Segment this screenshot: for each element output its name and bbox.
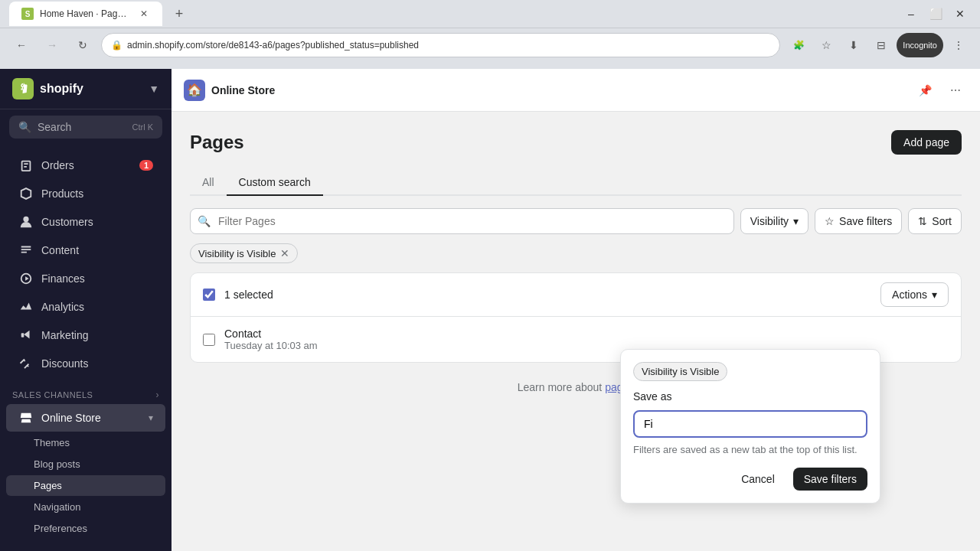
orders-label: Orders — [41, 159, 74, 171]
main-content: 🏠 Online Store 📌 ⋯ Pages Add page All — [172, 69, 980, 551]
filter-chip-text: Visibility is Visible — [198, 248, 276, 259]
topbar: 🏠 Online Store 📌 ⋯ — [172, 69, 980, 112]
extensions-button[interactable]: 🧩 — [786, 33, 811, 57]
save-filters-button[interactable]: ☆ Save filters — [815, 208, 902, 234]
popup-visibility-text: Visibility is Visible — [642, 366, 719, 377]
download-button[interactable]: ⬇ — [841, 33, 866, 57]
page-title: Pages — [190, 132, 244, 153]
customers-icon — [18, 214, 34, 230]
filter-chip: Visibility is Visible ✕ — [190, 243, 298, 263]
online-store-topbar-label: Online Store — [211, 84, 275, 96]
more-actions-button[interactable]: ⋯ — [943, 78, 968, 103]
products-icon — [18, 186, 34, 201]
sidebar: shopify ▼ 🔍 Search Ctrl K Orders 1 — [0, 69, 172, 551]
forward-button[interactable]: → — [40, 33, 64, 57]
analytics-icon — [18, 299, 34, 315]
active-filters: Visibility is Visible ✕ — [190, 243, 962, 263]
selected-count: 1 selected — [224, 289, 273, 301]
more-button[interactable]: ⋮ — [946, 33, 971, 57]
popup-cancel-button[interactable]: Cancel — [730, 468, 786, 491]
sidebar-item-content[interactable]: Content — [6, 236, 165, 264]
visibility-filter-button[interactable]: Visibility ▾ — [740, 208, 808, 234]
sidebar-item-analytics[interactable]: Analytics — [6, 293, 165, 321]
incognito-button[interactable]: Incognito — [897, 33, 943, 57]
maximize-button[interactable]: ⬜ — [925, 3, 946, 24]
sidebar-item-point-of-sale[interactable]: Point of Sale — [6, 542, 165, 551]
customers-label: Customers — [41, 216, 93, 228]
sidebar-sub-themes[interactable]: Themes — [6, 432, 165, 453]
sidebar-item-finances[interactable]: Finances — [6, 265, 165, 292]
minimize-button[interactable]: – — [900, 3, 922, 24]
filter-chip-remove-icon[interactable]: ✕ — [280, 247, 289, 259]
themes-label: Themes — [34, 437, 70, 448]
svg-rect-1 — [21, 333, 24, 337]
sidebar-sub-blog-posts[interactable]: Blog posts — [6, 454, 165, 474]
sidebar-item-marketing[interactable]: Marketing — [6, 321, 165, 349]
finances-label: Finances — [41, 272, 85, 285]
tab-favicon: S — [21, 8, 34, 20]
blog-posts-label: Blog posts — [34, 458, 80, 470]
sidebar-search[interactable]: 🔍 Search Ctrl K — [9, 116, 162, 139]
analytics-label: Analytics — [41, 301, 84, 313]
sidebar-item-products[interactable]: Products — [6, 180, 165, 207]
actions-chevron-icon: ▾ — [932, 289, 937, 301]
online-store-label: Online Store — [41, 412, 101, 424]
orders-badge: 1 — [139, 160, 153, 171]
select-all-checkbox[interactable] — [203, 289, 215, 301]
sort-button[interactable]: ⇅ Sort — [908, 208, 962, 234]
actions-label: Actions — [892, 289, 927, 301]
table-header: 1 selected Actions ▾ — [191, 273, 961, 317]
close-button[interactable]: ✕ — [949, 3, 971, 24]
refresh-button[interactable]: ↻ — [70, 33, 95, 57]
popup-visibility-tag: Visibility is Visible — [633, 362, 727, 381]
tab-all[interactable]: All — [190, 170, 227, 196]
sidebar-item-orders[interactable]: Orders 1 — [6, 152, 165, 179]
address-bar[interactable]: 🔒 admin.shopify.com/store/de8143-a6/page… — [101, 33, 780, 57]
row-checkbox[interactable] — [203, 334, 215, 346]
footer-text: Learn more about — [518, 381, 605, 393]
tab-custom-search[interactable]: Custom search — [227, 170, 323, 196]
sidebar-sub-preferences[interactable]: Preferences — [6, 518, 165, 539]
filter-search-icon: 🔍 — [198, 215, 211, 227]
tab-close-icon[interactable]: ✕ — [138, 8, 150, 20]
filter-input[interactable] — [190, 208, 734, 234]
new-tab-button[interactable]: + — [168, 3, 190, 24]
tab-strip-button[interactable]: ⊟ — [869, 33, 893, 57]
pin-button[interactable]: 📌 — [913, 78, 937, 103]
sort-label: Sort — [932, 215, 952, 227]
finances-icon — [18, 271, 34, 286]
tabs: All Custom search — [190, 170, 962, 196]
address-text: admin.shopify.com/store/de8143-a6/pages?… — [127, 40, 419, 51]
sidebar-dropdown-icon[interactable]: ▼ — [149, 83, 159, 95]
actions-button[interactable]: Actions ▾ — [880, 282, 949, 307]
bookmark-button[interactable]: ☆ — [814, 33, 838, 57]
browser-tab[interactable]: S Home Haven · Pages · Shopify ✕ — [9, 2, 162, 26]
visibility-label: Visibility — [750, 215, 789, 227]
add-page-button[interactable]: Add page — [891, 130, 962, 155]
discounts-icon — [18, 356, 34, 371]
shopify-logo-icon — [12, 78, 34, 99]
content-label: Content — [41, 244, 79, 256]
back-button[interactable]: ← — [9, 33, 34, 57]
tab-title: Home Haven · Pages · Shopify — [40, 8, 132, 19]
sidebar-item-discounts[interactable]: Discounts — [6, 350, 165, 377]
sidebar-item-customers[interactable]: Customers — [6, 208, 165, 236]
sales-channels-arrow: › — [156, 390, 160, 400]
popup-name-input[interactable] — [633, 410, 867, 438]
products-label: Products — [41, 187, 83, 200]
svg-point-0 — [23, 217, 28, 222]
star-icon: ☆ — [825, 215, 835, 227]
sidebar-item-online-store[interactable]: Online Store ▾ — [6, 404, 165, 432]
pages-label: Pages — [34, 480, 62, 491]
popup-save-as-label: Save as — [633, 390, 867, 403]
filter-bar: 🔍 Visibility ▾ ☆ Save filters ⇅ Sort — [190, 208, 962, 234]
sales-channels-section[interactable]: Sales channels › — [0, 383, 172, 403]
online-store-chevron: ▾ — [149, 412, 153, 423]
popup-save-button[interactable]: Save filters — [793, 468, 867, 491]
page-content: Pages Add page All Custom search 🔍 — [172, 112, 980, 551]
sidebar-sub-pages[interactable]: Pages — [6, 475, 165, 496]
sidebar-search-icon: 🔍 — [18, 121, 31, 133]
lock-icon: 🔒 — [111, 40, 122, 51]
page-info: Contact Tuesday at 10:03 am — [224, 328, 318, 351]
sidebar-sub-navigation[interactable]: Navigation — [6, 497, 165, 517]
